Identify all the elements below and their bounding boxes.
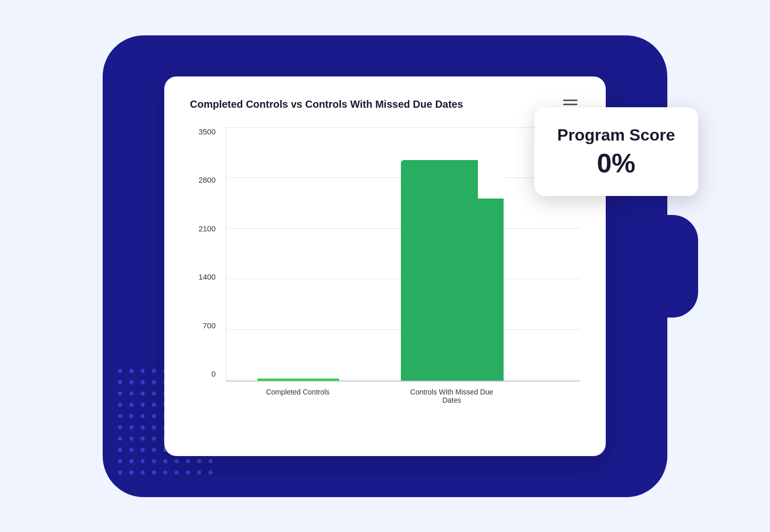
dot xyxy=(129,369,133,373)
y-label-2800: 2800 xyxy=(199,175,216,184)
score-tooltip-value: 0% xyxy=(557,149,675,178)
y-label-1400: 1400 xyxy=(199,272,216,281)
dot xyxy=(129,470,133,475)
dot xyxy=(129,380,133,384)
dot xyxy=(118,403,122,407)
dot xyxy=(118,380,122,384)
dot xyxy=(152,470,156,475)
dot xyxy=(141,391,145,396)
bar-group-missed xyxy=(401,160,504,381)
dot xyxy=(186,459,190,463)
chart-inner: Completed Controls Controls With Missed … xyxy=(226,127,580,404)
dot xyxy=(152,369,156,373)
dot xyxy=(129,403,133,407)
dot xyxy=(141,369,145,373)
dot xyxy=(141,414,145,418)
dot xyxy=(197,470,201,475)
score-tooltip: Program Score 0% xyxy=(534,107,698,196)
dot xyxy=(118,369,122,373)
dot xyxy=(141,425,145,429)
score-tooltip-label: Program Score xyxy=(557,125,675,145)
x-labels: Completed Controls Controls With Missed … xyxy=(226,382,580,404)
dot xyxy=(152,437,156,441)
dot xyxy=(118,414,122,418)
dot xyxy=(152,403,156,407)
dot xyxy=(129,459,133,463)
chart-card: Completed Controls vs Controls With Miss… xyxy=(164,76,606,456)
dot xyxy=(118,437,122,441)
y-label-2100: 2100 xyxy=(199,224,216,233)
y-label-700: 700 xyxy=(203,321,216,330)
dot xyxy=(118,459,122,463)
y-label-0: 0 xyxy=(211,369,216,378)
x-label-missed: Controls With Missed Due Dates xyxy=(400,388,503,404)
grid-line-1 xyxy=(226,127,580,128)
dot xyxy=(129,414,133,418)
dot xyxy=(118,425,122,429)
chart-title: Completed Controls vs Controls With Miss… xyxy=(190,97,463,111)
dot xyxy=(129,437,133,441)
bars-container xyxy=(226,127,580,382)
dot xyxy=(152,425,156,429)
dot xyxy=(141,470,145,475)
dot xyxy=(118,470,122,475)
background-shape: // Generate dots inline via DOM Complete… xyxy=(103,35,667,497)
dot xyxy=(163,470,167,475)
dot xyxy=(129,448,133,452)
dot xyxy=(118,391,122,396)
dot xyxy=(129,425,133,429)
dot xyxy=(208,459,213,463)
dot xyxy=(141,437,145,441)
dot xyxy=(129,391,133,396)
y-label-3500: 3500 xyxy=(199,127,216,136)
bar-completed xyxy=(257,379,339,381)
dot xyxy=(186,470,190,475)
dot xyxy=(152,391,156,396)
dot xyxy=(141,403,145,407)
dot xyxy=(141,448,145,452)
dot xyxy=(175,470,179,475)
dot xyxy=(118,448,122,452)
dot xyxy=(152,414,156,418)
dot xyxy=(163,459,167,463)
y-axis: 3500 2800 2100 1400 700 0 xyxy=(190,127,226,404)
dot xyxy=(152,380,156,384)
bar-group-completed xyxy=(257,379,339,381)
dot xyxy=(175,459,179,463)
dot xyxy=(152,459,156,463)
card-header: Completed Controls vs Controls With Miss… xyxy=(190,97,580,112)
chart-area: 3500 2800 2100 1400 700 0 xyxy=(190,127,580,404)
dot xyxy=(197,459,201,463)
x-label-completed: Completed Controls xyxy=(257,388,339,404)
dot xyxy=(141,459,145,463)
bar-missed xyxy=(401,160,504,381)
dot xyxy=(208,470,213,475)
dot xyxy=(152,448,156,452)
dot xyxy=(141,380,145,384)
